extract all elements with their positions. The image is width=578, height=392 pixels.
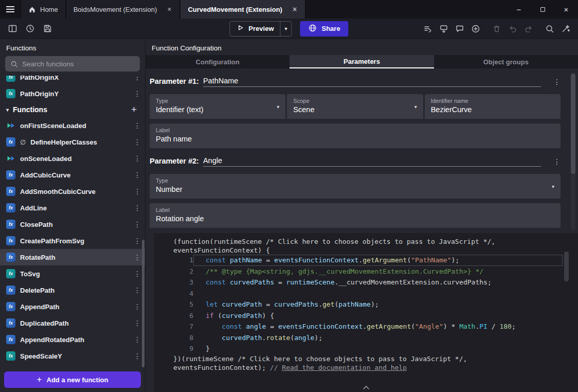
item-menu-icon[interactable]: ⋮ <box>134 237 141 245</box>
function-list-item[interactable]: fxAddCubicCurve⋮ <box>0 167 145 183</box>
item-menu-icon[interactable]: ⋮ <box>134 187 141 195</box>
parameter-menu-icon[interactable]: ⋮ <box>553 78 561 87</box>
code-line[interactable]: 5let curvedPath = curvedPaths.get(pathNa… <box>154 299 578 310</box>
parameter-name-input[interactable]: Angle <box>203 156 541 167</box>
add-function-icon[interactable]: + <box>131 104 139 115</box>
item-menu-icon[interactable]: ⋮ <box>134 220 141 228</box>
code-header-line[interactable]: eventsFunctionContext) { <box>154 246 578 255</box>
parameter-name-input[interactable]: PathName <box>203 77 541 87</box>
parameter-menu-icon[interactable]: ⋮ <box>553 157 561 167</box>
code-line[interactable]: 8 curvedPath.rotate(angle); <box>154 332 578 344</box>
item-menu-icon[interactable]: ⋮ <box>134 171 141 179</box>
undo-icon[interactable] <box>505 22 520 36</box>
code-header-line[interactable]: eventsFunctionContext); // Read the docu… <box>154 363 578 372</box>
code-line[interactable]: 2/** @type {Map<string, gdjs.__curvedMov… <box>154 266 578 277</box>
preview-button[interactable]: Preview ▾ <box>229 21 292 37</box>
field-identifier-name[interactable]: Identifier nameBezierCurve <box>425 94 561 119</box>
search-icon[interactable] <box>543 22 557 36</box>
titlebar-tab[interactable]: Home <box>21 0 66 19</box>
function-list-item[interactable]: onFirstSceneLoaded⋮ <box>0 117 145 134</box>
params-scrollbar[interactable] <box>571 74 575 230</box>
params-scrollbar-thumb[interactable] <box>571 74 575 174</box>
function-list-item[interactable]: fxDuplicatedPath⋮ <box>0 315 145 331</box>
preview-button-main[interactable]: Preview <box>230 22 280 36</box>
item-menu-icon[interactable]: ⋮ <box>134 335 141 344</box>
item-menu-icon[interactable]: ⋮ <box>134 253 141 261</box>
field-label: Label <box>156 207 554 213</box>
tab-configuration[interactable]: Configuration <box>146 55 290 68</box>
code-line[interactable]: 9} <box>154 343 578 354</box>
code-line[interactable]: 7 const angle = eventsFunctionContext.ge… <box>154 321 578 332</box>
function-list-item[interactable]: fxCreatePathFromSvg⋮ <box>0 233 145 249</box>
function-list-item[interactable]: fxDeletePath⋮ <box>0 282 145 298</box>
search-box[interactable] <box>5 56 140 72</box>
field-label-text[interactable]: LabelPath name <box>150 123 561 148</box>
titlebar-tab[interactable]: CurvedMovement (Extension)× <box>180 0 305 19</box>
code-header-line[interactable]: })(runtimeScene /* Click here to choose … <box>154 354 578 363</box>
item-menu-icon[interactable]: ⋮ <box>134 302 141 311</box>
code-text: curvedPath.rotate(angle); <box>193 332 563 344</box>
search-functions-input[interactable] <box>22 60 135 68</box>
maximize-button[interactable] <box>531 0 554 19</box>
add-new-function-button[interactable]: + Add a new function <box>4 371 141 388</box>
collapse-editor-button[interactable] <box>362 384 370 391</box>
item-menu-icon[interactable]: ⋮ <box>134 204 141 212</box>
item-menu-icon[interactable]: ⋮ <box>134 121 141 130</box>
ai-magic-wand-icon[interactable] <box>558 22 573 36</box>
field-type[interactable]: TypeNumber▾ <box>150 174 561 199</box>
code-header-line[interactable]: (function(runtimeScene /* Click here to … <box>154 237 578 246</box>
line-number: 4 <box>154 288 193 299</box>
close-button[interactable]: × <box>554 0 578 19</box>
item-menu-icon[interactable]: ⋮ <box>134 138 141 146</box>
function-list-item[interactable]: fxClosePath⋮ <box>0 216 145 233</box>
function-list-item[interactable]: fxToSvg⋮ <box>0 265 145 282</box>
layout-panels-icon[interactable] <box>5 22 20 36</box>
item-menu-icon[interactable]: ⋮ <box>134 90 141 98</box>
function-list-item[interactable]: fxRotatePath⋮ <box>0 249 145 265</box>
code-line[interactable]: 3const curvedPaths = runtimeScene.__curv… <box>154 277 578 288</box>
item-menu-icon[interactable]: ⋮ <box>134 154 141 163</box>
history-icon[interactable] <box>23 22 37 36</box>
code-line[interactable]: 1const pathName = eventsFunctionContext.… <box>154 255 578 266</box>
item-menu-icon[interactable]: ⋮ <box>134 270 141 278</box>
function-list-item[interactable]: fxAddLine⋮ <box>0 200 145 216</box>
hamburger-icon <box>6 9 14 10</box>
item-menu-icon[interactable]: ⋮ <box>134 286 141 294</box>
editor-scrollbar-thumb[interactable] <box>564 252 569 281</box>
function-list-item[interactable]: onSceneLoaded⋮ <box>0 150 145 167</box>
field-type[interactable]: TypeIdentifier (text)▾ <box>150 94 285 119</box>
menu-button[interactable] <box>0 0 21 19</box>
function-list-item[interactable]: fxAppendPath⋮ <box>0 298 145 315</box>
titlebar-tab[interactable]: BoidsMovement (Extension)× <box>66 0 180 19</box>
functions-section-header[interactable]: ▾Functions+ <box>0 102 145 117</box>
field-scope[interactable]: ScopeScene▾ <box>287 94 423 119</box>
function-list-item[interactable]: fx∅DefineHelperClasses⋮ <box>0 134 145 150</box>
scene-event-icon <box>6 121 15 130</box>
function-list-item[interactable]: fxSpeedScaleY⋮ <box>0 348 145 364</box>
trash-icon[interactable] <box>490 22 504 36</box>
tab-close-icon[interactable]: × <box>166 5 172 13</box>
export-icon[interactable] <box>437 22 451 36</box>
function-list-item[interactable]: fxPathOriginX⋮ <box>0 76 145 85</box>
tab-parameters[interactable]: Parameters <box>290 55 433 68</box>
code-line[interactable]: 6if (curvedPath) { <box>154 310 578 322</box>
function-list-item[interactable]: fxPathOriginY⋮ <box>0 85 145 102</box>
function-list-item[interactable]: fxAppendRotatedPath⋮ <box>0 331 145 348</box>
add-circle-icon[interactable] <box>468 22 483 36</box>
preview-dropdown-button[interactable]: ▾ <box>280 22 292 36</box>
item-menu-icon[interactable]: ⋮ <box>134 352 141 360</box>
function-list-item[interactable]: fxAddSmoothCubicCurve⋮ <box>0 183 145 200</box>
feedback-icon[interactable] <box>453 22 467 36</box>
item-menu-icon[interactable]: ⋮ <box>134 76 141 81</box>
code-line[interactable]: 4 <box>154 288 578 299</box>
item-menu-icon[interactable]: ⋮ <box>134 319 141 327</box>
sidebar-scrollbar-thumb[interactable] <box>142 240 144 367</box>
tab-close-icon[interactable]: × <box>292 5 298 13</box>
field-label-text[interactable]: LabelRotation angle <box>150 203 561 228</box>
save-icon[interactable] <box>40 22 55 36</box>
minimize-button[interactable]: − <box>507 0 531 19</box>
redo-icon[interactable] <box>521 22 536 36</box>
publish-icon[interactable] <box>421 22 435 36</box>
share-button[interactable]: Share <box>300 21 349 37</box>
tab-object-groups[interactable]: Object groups <box>434 55 578 68</box>
